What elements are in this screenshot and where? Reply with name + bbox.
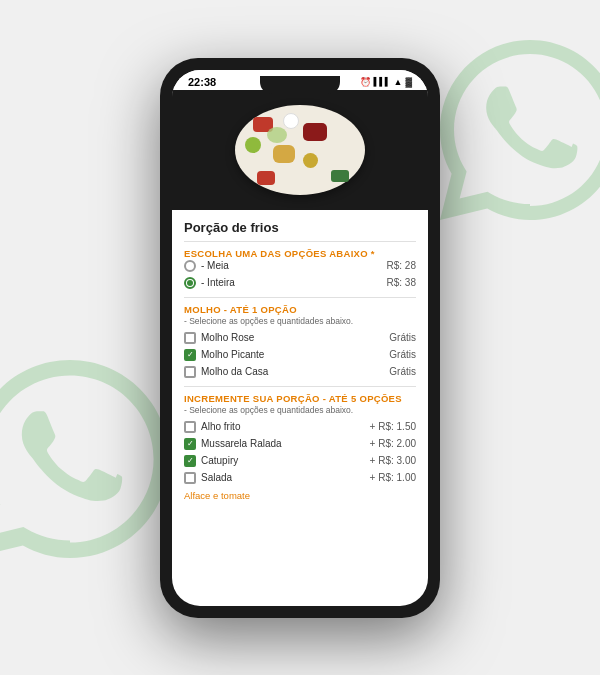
option-alho-left: Alho frito — [184, 421, 240, 433]
option-catupiry-price: + R$: 3.00 — [370, 455, 416, 466]
food-meat-2 — [303, 123, 327, 141]
section-incremente: INCREMENTE SUA PORÇÃO - ATÉ 5 OPÇÕES - S… — [184, 393, 416, 501]
checkmark-mussarela: ✓ — [187, 440, 194, 448]
option-molho-picante[interactable]: ✓ Molho Picante Grátis — [184, 349, 416, 361]
option-molho-rose-price: Grátis — [389, 332, 416, 343]
option-meia-left: - Meia — [184, 260, 229, 272]
radio-inteira[interactable] — [184, 277, 196, 289]
option-molho-casa-label: Molho da Casa — [201, 366, 268, 377]
option-inteira-label: - Inteira — [201, 277, 235, 288]
option-catupiry-left: ✓ Catupiry — [184, 455, 238, 467]
wifi-icon: ▲ — [394, 77, 403, 87]
option-mussarela-price: + R$: 2.00 — [370, 438, 416, 449]
option-molho-picante-price: Grátis — [389, 349, 416, 360]
food-plate — [235, 105, 365, 195]
food-egg — [283, 113, 299, 129]
checkbox-catupiry[interactable]: ✓ — [184, 455, 196, 467]
food-image — [172, 90, 428, 210]
alarm-icon: ⏰ — [360, 77, 371, 87]
section-tamanho: ESCOLHA UMA DAS OPÇÕES ABAIXO * - Meia R… — [184, 248, 416, 289]
phone-notch — [260, 76, 340, 94]
option-molho-rose-label: Molho Rose — [201, 332, 254, 343]
status-icons: ⏰ ▌▌▌ ▲ ▓ — [360, 77, 413, 87]
radio-inteira-dot — [187, 280, 193, 286]
radio-meia[interactable] — [184, 260, 196, 272]
option-molho-picante-label: Molho Picante — [201, 349, 264, 360]
option-salada[interactable]: Salada + R$: 1.00 — [184, 472, 416, 484]
battery-icon: ▓ — [405, 77, 412, 87]
food-meat-3 — [257, 171, 275, 185]
food-olive-1 — [245, 137, 261, 153]
option-alho-label: Alho frito — [201, 421, 240, 432]
phone-screen: 22:38 ⏰ ▌▌▌ ▲ ▓ — [172, 70, 428, 606]
option-molho-casa-price: Grátis — [389, 366, 416, 377]
checkbox-molho-rose[interactable] — [184, 332, 196, 344]
phone-frame: 22:38 ⏰ ▌▌▌ ▲ ▓ — [160, 58, 440, 618]
option-mussarela-left: ✓ Mussarela Ralada — [184, 438, 282, 450]
bg-logo-left — [0, 349, 180, 615]
checkbox-mussarela[interactable]: ✓ — [184, 438, 196, 450]
bg-logo-right — [430, 30, 600, 276]
section-tamanho-title: ESCOLHA UMA DAS OPÇÕES ABAIXO * — [184, 248, 416, 259]
signal-icon: ▌▌▌ — [374, 77, 391, 86]
divider-2 — [184, 297, 416, 298]
section-molho-title: MOLHO - ATÉ 1 OPÇÃO — [184, 304, 416, 315]
option-salada-price: + R$: 1.00 — [370, 472, 416, 483]
option-inteira-price: R$: 38 — [387, 277, 416, 288]
section-molho: MOLHO - ATÉ 1 OPÇÃO - Selecione as opçõe… — [184, 304, 416, 378]
food-cheese-1 — [273, 145, 295, 163]
option-molho-rose-left: Molho Rose — [184, 332, 254, 344]
option-salada-left: Salada — [184, 472, 232, 484]
option-alho-price: + R$: 1.50 — [370, 421, 416, 432]
product-title: Porção de frios — [184, 220, 416, 235]
divider-1 — [184, 241, 416, 242]
content-area[interactable]: Porção de frios ESCOLHA UMA DAS OPÇÕES A… — [172, 210, 428, 606]
section-molho-sub: - Selecione as opções e quantidades abai… — [184, 316, 416, 326]
option-catupiry-label: Catupiry — [201, 455, 238, 466]
option-salada-label: Salada — [201, 472, 232, 483]
link-more[interactable]: Alface e tomate — [184, 490, 250, 501]
section-incremente-sub: - Selecione as opções e quantidades abai… — [184, 405, 416, 415]
option-molho-casa-left: Molho da Casa — [184, 366, 268, 378]
option-inteira[interactable]: - Inteira R$: 38 — [184, 277, 416, 289]
checkbox-molho-casa[interactable] — [184, 366, 196, 378]
option-molho-casa[interactable]: Molho da Casa Grátis — [184, 366, 416, 378]
option-inteira-left: - Inteira — [184, 277, 235, 289]
option-alho[interactable]: Alho frito + R$: 1.50 — [184, 421, 416, 433]
option-mussarela-label: Mussarela Ralada — [201, 438, 282, 449]
food-herb — [331, 170, 349, 182]
option-mussarela[interactable]: ✓ Mussarela Ralada + R$: 2.00 — [184, 438, 416, 450]
option-molho-picante-left: ✓ Molho Picante — [184, 349, 264, 361]
option-molho-rose[interactable]: Molho Rose Grátis — [184, 332, 416, 344]
option-meia[interactable]: - Meia R$: 28 — [184, 260, 416, 272]
checkmark-molho-picante: ✓ — [187, 351, 194, 359]
checkbox-alho[interactable] — [184, 421, 196, 433]
food-olive-2 — [303, 153, 318, 168]
status-time: 22:38 — [188, 76, 216, 88]
divider-3 — [184, 386, 416, 387]
food-olive-3 — [267, 127, 287, 143]
checkbox-molho-picante[interactable]: ✓ — [184, 349, 196, 361]
checkmark-catupiry: ✓ — [187, 457, 194, 465]
option-meia-label: - Meia — [201, 260, 229, 271]
section-incremente-title: INCREMENTE SUA PORÇÃO - ATÉ 5 OPÇÕES — [184, 393, 416, 404]
checkbox-salada[interactable] — [184, 472, 196, 484]
option-catupiry[interactable]: ✓ Catupiry + R$: 3.00 — [184, 455, 416, 467]
option-meia-price: R$: 28 — [387, 260, 416, 271]
